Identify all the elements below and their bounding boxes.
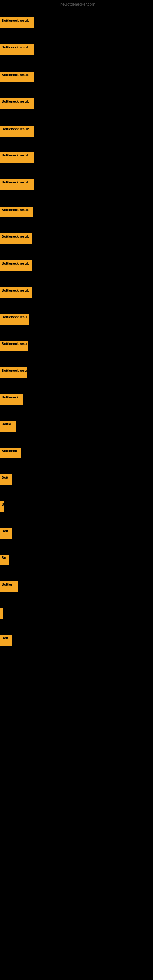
bottleneck-badge-1: Bottleneck result — [0, 18, 33, 28]
bottleneck-badge-21: Bo — [0, 555, 9, 565]
bottleneck-badge-18: Bott — [0, 474, 12, 485]
bottleneck-badge-17: Bottlenec — [0, 448, 21, 458]
bottleneck-badge-22: Bottler — [0, 581, 18, 592]
bottleneck-badge-2: Bottleneck result — [0, 44, 33, 55]
bottleneck-badge-13: Bottleneck resu — [0, 340, 28, 351]
bottleneck-badge-24: Bott — [0, 635, 12, 646]
bottleneck-badge-19: B — [0, 501, 4, 512]
bottleneck-badge-5: Bottleneck result — [0, 126, 33, 137]
site-title: TheBottlenecker.com — [0, 2, 153, 6]
bottleneck-badge-14: Bottleneck resu — [0, 368, 27, 378]
bottleneck-badge-20: Bott — [0, 528, 12, 539]
bottleneck-badge-4: Bottleneck result — [0, 98, 33, 109]
bottleneck-badge-3: Bottleneck result — [0, 72, 33, 83]
bottleneck-badge-6: Bottleneck result — [0, 152, 33, 163]
bottleneck-badge-8: Bottleneck result — [0, 207, 33, 218]
bottleneck-badge-15: Bottleneck — [0, 394, 23, 405]
bottleneck-badge-12: Bottleneck resu — [0, 314, 29, 325]
bottleneck-badge-11: Bottleneck result — [0, 287, 32, 298]
bottleneck-badge-7: Bottleneck result — [0, 179, 33, 190]
bottleneck-badge-16: Bottle — [0, 421, 16, 431]
bottleneck-badge-23: | — [0, 608, 3, 619]
bottleneck-badge-10: Bottleneck result — [0, 260, 32, 271]
bottleneck-badge-9: Bottleneck result — [0, 233, 32, 244]
